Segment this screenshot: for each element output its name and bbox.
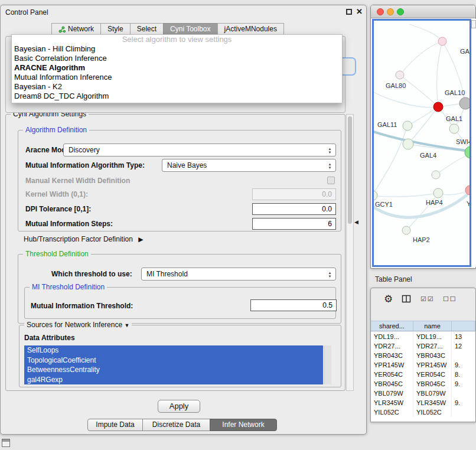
dpi-tolerance-input[interactable] [252,203,336,215]
column-header-extra[interactable] [452,321,475,331]
zoom-traffic-light-icon[interactable] [397,8,404,15]
tab-cyni-toolbox[interactable]: Cyni Toolbox [163,23,217,35]
mi-threshold-input[interactable] [250,299,337,311]
network-node[interactable] [432,171,440,179]
cell: YBL079W [371,389,413,398]
table-row[interactable]: YDL19... YDL19... 13 [371,332,475,341]
threshold-combobox[interactable]: MI Threshold ▲▼ [141,268,336,281]
network-node[interactable] [396,71,404,79]
table-row[interactable]: YLR345W YLR345W 9. [371,398,475,407]
list-item-selected[interactable]: TopologicalCoefficient [24,356,323,366]
tab-discretize-data[interactable]: Discretize Data [142,419,210,431]
node-label: GAL1 [446,115,462,122]
mi-type-combobox[interactable]: Naive Bayes ▲▼ [162,159,336,172]
node-label: HAP2 [413,236,430,243]
table-row[interactable]: YIL052C YIL052C [371,407,475,417]
network-node-selected[interactable] [433,102,443,112]
deselect-all-icon[interactable]: ☐☐ [443,295,457,303]
show-columns-icon[interactable] [402,294,411,305]
tab-impute-data[interactable]: Impute Data [87,419,143,431]
list-item-selected[interactable]: BetweennessCentrality [24,365,323,375]
network-window-titlebar[interactable] [371,5,475,18]
minimized-panel-titlebar [2,439,9,442]
cell [452,389,475,398]
minimize-traffic-light-icon[interactable] [387,8,394,15]
cell: YBL079W [413,389,452,398]
gear-icon[interactable]: ⚙ [384,293,393,305]
manual-kernel-checkbox[interactable] [327,177,335,184]
dropdown-option[interactable]: Mutual Information Inference [12,73,342,82]
network-tab-icon [58,26,66,33]
table-row[interactable]: YDR27... YDR27... 12 [371,341,475,351]
close-traffic-light-icon[interactable] [377,8,384,15]
dropdown-option[interactable]: Bayesian - Hill Climbing [12,44,342,54]
mi-steps-label: Mutual Information Steps: [25,220,113,228]
table-body: YDL19... YDL19... 13 YDR27... YDR27... 1… [371,332,475,422]
dropdown-option[interactable]: Basic Correlation Inference [12,54,342,63]
data-attributes-list: SelfLoops TopologicalCoefficient Between… [24,345,331,384]
mi-steps-input[interactable] [252,218,336,230]
network-node[interactable] [374,191,377,200]
dropdown-option[interactable]: Dream8 DC_TDC Algorithm [12,92,342,101]
splitter-collapse-icon[interactable]: ◀ [354,219,358,225]
apply-button[interactable]: Apply [158,400,200,413]
cell: 9. [452,398,475,407]
cell: YBR045C [371,379,413,389]
network-node[interactable] [438,37,446,45]
kernel-width-input[interactable] [252,188,336,200]
settings-scrollbar[interactable] [346,114,354,391]
cell: YPR145W [371,360,413,370]
tab-label: Style [107,24,123,35]
cell: YLR345W [413,398,452,407]
tab-select[interactable]: Select [130,23,164,35]
node-label: HAP4 [426,199,443,206]
combo-value: MI Threshold [146,270,188,278]
list-scrollbar[interactable] [324,345,331,384]
dropdown-option[interactable]: Bayesian - K2 [12,82,342,92]
list-item-selected[interactable]: gal4RGexp [24,375,323,385]
network-scroll-button[interactable] [471,20,476,28]
column-header-name[interactable]: name [413,321,452,331]
aracne-mode-combobox[interactable]: Discovery ▲▼ [63,144,336,156]
node-label: GAL11 [377,121,397,128]
table-row[interactable]: YBR043C YBR043C [371,351,475,360]
network-node[interactable] [449,124,459,133]
network-node[interactable] [459,97,470,109]
cell: YDR27... [413,341,452,351]
list-item-selected[interactable]: SelfLoops [24,345,323,356]
control-panel-titlebar[interactable]: Control Panel ✕ [1,5,366,19]
table-panel-title: Table Panel [375,275,412,283]
tab-network[interactable]: Network [51,23,101,35]
network-node[interactable] [402,226,410,234]
dropdown-option-selected[interactable]: ARACNE Algorithm [12,63,342,73]
tab-jactivemnodules[interactable]: jActiveMNodules [217,23,284,35]
table-row[interactable]: YER054C YER054C 8. [371,370,475,379]
column-header-shared-name[interactable]: shared... [371,321,413,331]
tab-infer-network[interactable]: Infer Network [210,419,277,431]
network-node[interactable] [403,139,413,149]
select-all-icon[interactable]: ☑☑ [420,295,435,303]
cell: 9. [452,360,475,370]
table-row[interactable]: YBR045C YBR045C 9. [371,379,475,389]
mi-type-label: Mutual Information Algorithm Type: [25,161,145,169]
network-canvas[interactable]: GAL8 GAL80 GAL10 GAL11 GAL1 SWI4 GAL4 GC… [372,19,471,267]
float-window-icon[interactable] [346,9,352,15]
network-graph[interactable]: GAL8 GAL80 GAL10 GAL11 GAL1 SWI4 GAL4 GC… [374,21,470,265]
combo-arrows-icon: ▲▼ [326,161,334,170]
node-label: GAL80 [386,82,406,89]
close-window-icon[interactable]: ✕ [356,7,363,16]
hub-tf-definition-toggle[interactable]: Hub/Transcription Factor Definition ▶ [24,235,144,243]
table-row[interactable]: YPR145W YPR145W 9. [371,360,475,370]
table-row[interactable]: YBL079W YBL079W [371,389,475,398]
control-panel-window: Control Panel ✕ Network Style Select [0,5,367,435]
cell: YER054C [371,370,413,379]
network-node[interactable] [465,185,470,195]
sources-title: Sources for Network Inference [27,321,122,329]
tab-style[interactable]: Style [100,23,131,35]
scrollbar-thumb[interactable] [348,116,352,224]
network-node[interactable] [403,121,412,131]
sources-toggle[interactable]: Sources for Network Inference ▼ [24,321,132,329]
minimized-panel-icon[interactable] [2,439,10,447]
network-node[interactable] [433,188,443,198]
cell: YIL052C [413,407,452,417]
